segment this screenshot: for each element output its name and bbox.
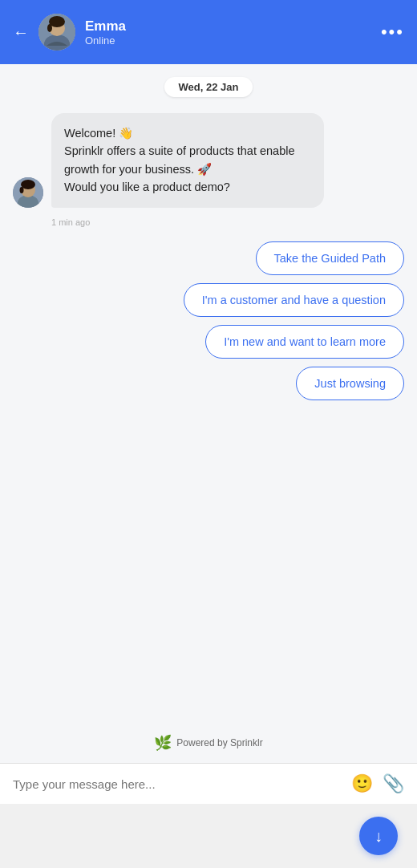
bot-bubble: Welcome! 👋 Sprinklr offers a suite of pr…	[51, 113, 324, 208]
options-container: Take the Guided Path I'm a customer and …	[13, 241, 404, 400]
message-timestamp: 1 min ago	[51, 217, 404, 227]
emoji-icon[interactable]: 🙂	[351, 773, 373, 794]
bot-message-text: Welcome! 👋 Sprinklr offers a suite of pr…	[64, 127, 294, 193]
svg-point-4	[47, 24, 52, 32]
chevron-down-icon: ↓	[374, 827, 383, 846]
option-browsing[interactable]: Just browsing	[296, 367, 404, 400]
agent-avatar	[38, 14, 75, 51]
date-chip: Wed, 22 Jan	[164, 77, 253, 97]
input-bar: 🙂 📎	[0, 763, 417, 804]
bottom-area: ↓	[0, 804, 417, 868]
scroll-down-button[interactable]: ↓	[359, 817, 398, 855]
back-button[interactable]: ←	[13, 23, 29, 42]
sprinklr-logo-icon: 🌿	[154, 734, 172, 752]
option-customer-question[interactable]: I'm a customer and have a question	[184, 283, 404, 317]
option-guided-path[interactable]: Take the Guided Path	[256, 241, 404, 275]
powered-by-text: Powered by Sprinklr	[176, 737, 262, 748]
svg-point-9	[20, 187, 24, 193]
powered-by-bar: 🌿 Powered by Sprinklr	[0, 723, 417, 763]
chat-header: ← Emma Online •••	[0, 0, 417, 64]
more-options-button[interactable]: •••	[381, 22, 404, 43]
more-icon: •••	[381, 22, 404, 43]
bot-avatar	[13, 177, 43, 208]
attachment-icon[interactable]: 📎	[383, 773, 404, 794]
back-icon: ←	[13, 23, 29, 42]
agent-status: Online	[85, 34, 381, 47]
bot-message-row: Welcome! 👋 Sprinklr offers a suite of pr…	[13, 113, 404, 208]
option-new-learn[interactable]: I'm new and want to learn more	[205, 325, 404, 359]
agent-name: Emma	[85, 18, 381, 34]
agent-info: Emma Online	[85, 18, 381, 47]
chat-area: Wed, 22 Jan Welcome! 👋 Sprinklr offers a…	[0, 64, 417, 723]
message-input[interactable]	[13, 777, 342, 791]
